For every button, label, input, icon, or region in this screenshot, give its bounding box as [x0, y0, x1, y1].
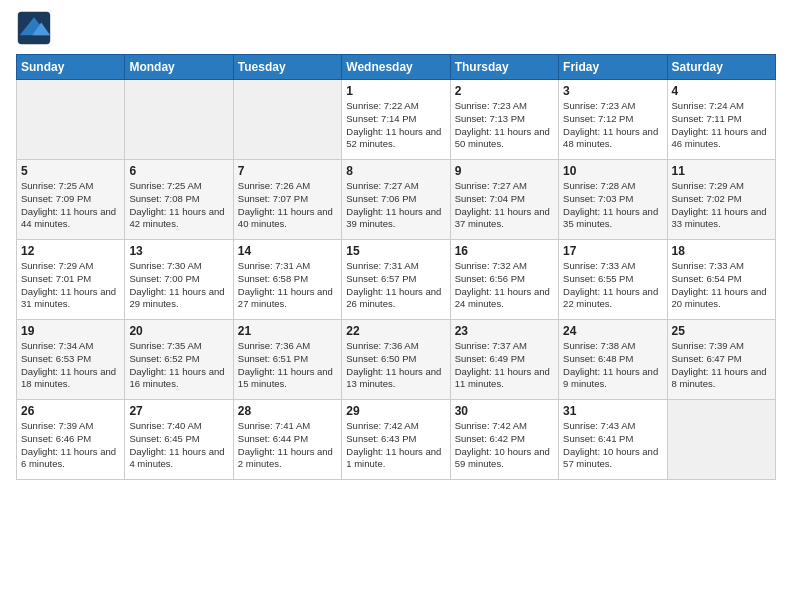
day-info: Sunrise: 7:36 AM Sunset: 6:50 PM Dayligh…	[346, 340, 445, 391]
day-number: 15	[346, 244, 445, 258]
day-info: Sunrise: 7:32 AM Sunset: 6:56 PM Dayligh…	[455, 260, 554, 311]
calendar-cell: 5Sunrise: 7:25 AM Sunset: 7:09 PM Daylig…	[17, 160, 125, 240]
calendar-cell: 7Sunrise: 7:26 AM Sunset: 7:07 PM Daylig…	[233, 160, 341, 240]
day-number: 2	[455, 84, 554, 98]
calendar-cell: 16Sunrise: 7:32 AM Sunset: 6:56 PM Dayli…	[450, 240, 558, 320]
day-info: Sunrise: 7:23 AM Sunset: 7:12 PM Dayligh…	[563, 100, 662, 151]
day-info: Sunrise: 7:30 AM Sunset: 7:00 PM Dayligh…	[129, 260, 228, 311]
calendar-cell: 11Sunrise: 7:29 AM Sunset: 7:02 PM Dayli…	[667, 160, 775, 240]
day-number: 24	[563, 324, 662, 338]
calendar-cell: 20Sunrise: 7:35 AM Sunset: 6:52 PM Dayli…	[125, 320, 233, 400]
day-info: Sunrise: 7:43 AM Sunset: 6:41 PM Dayligh…	[563, 420, 662, 471]
day-info: Sunrise: 7:31 AM Sunset: 6:57 PM Dayligh…	[346, 260, 445, 311]
day-info: Sunrise: 7:41 AM Sunset: 6:44 PM Dayligh…	[238, 420, 337, 471]
day-info: Sunrise: 7:39 AM Sunset: 6:46 PM Dayligh…	[21, 420, 120, 471]
day-info: Sunrise: 7:39 AM Sunset: 6:47 PM Dayligh…	[672, 340, 771, 391]
calendar-cell: 18Sunrise: 7:33 AM Sunset: 6:54 PM Dayli…	[667, 240, 775, 320]
day-number: 26	[21, 404, 120, 418]
day-info: Sunrise: 7:33 AM Sunset: 6:55 PM Dayligh…	[563, 260, 662, 311]
day-number: 18	[672, 244, 771, 258]
calendar-cell	[233, 80, 341, 160]
day-info: Sunrise: 7:36 AM Sunset: 6:51 PM Dayligh…	[238, 340, 337, 391]
day-number: 9	[455, 164, 554, 178]
day-number: 28	[238, 404, 337, 418]
calendar-cell: 2Sunrise: 7:23 AM Sunset: 7:13 PM Daylig…	[450, 80, 558, 160]
day-number: 6	[129, 164, 228, 178]
day-info: Sunrise: 7:42 AM Sunset: 6:43 PM Dayligh…	[346, 420, 445, 471]
day-number: 4	[672, 84, 771, 98]
calendar-cell: 26Sunrise: 7:39 AM Sunset: 6:46 PM Dayli…	[17, 400, 125, 480]
day-number: 11	[672, 164, 771, 178]
day-info: Sunrise: 7:35 AM Sunset: 6:52 PM Dayligh…	[129, 340, 228, 391]
day-info: Sunrise: 7:27 AM Sunset: 7:04 PM Dayligh…	[455, 180, 554, 231]
day-info: Sunrise: 7:26 AM Sunset: 7:07 PM Dayligh…	[238, 180, 337, 231]
calendar-cell: 15Sunrise: 7:31 AM Sunset: 6:57 PM Dayli…	[342, 240, 450, 320]
calendar-cell: 1Sunrise: 7:22 AM Sunset: 7:14 PM Daylig…	[342, 80, 450, 160]
day-number: 31	[563, 404, 662, 418]
header-day-tuesday: Tuesday	[233, 55, 341, 80]
day-number: 29	[346, 404, 445, 418]
calendar-cell: 6Sunrise: 7:25 AM Sunset: 7:08 PM Daylig…	[125, 160, 233, 240]
day-info: Sunrise: 7:40 AM Sunset: 6:45 PM Dayligh…	[129, 420, 228, 471]
day-info: Sunrise: 7:33 AM Sunset: 6:54 PM Dayligh…	[672, 260, 771, 311]
day-info: Sunrise: 7:34 AM Sunset: 6:53 PM Dayligh…	[21, 340, 120, 391]
header	[16, 10, 776, 46]
day-number: 8	[346, 164, 445, 178]
day-info: Sunrise: 7:25 AM Sunset: 7:09 PM Dayligh…	[21, 180, 120, 231]
day-number: 1	[346, 84, 445, 98]
day-number: 16	[455, 244, 554, 258]
day-info: Sunrise: 7:42 AM Sunset: 6:42 PM Dayligh…	[455, 420, 554, 471]
calendar-header: SundayMondayTuesdayWednesdayThursdayFrid…	[17, 55, 776, 80]
day-number: 14	[238, 244, 337, 258]
day-number: 30	[455, 404, 554, 418]
calendar-cell: 31Sunrise: 7:43 AM Sunset: 6:41 PM Dayli…	[559, 400, 667, 480]
calendar-cell: 24Sunrise: 7:38 AM Sunset: 6:48 PM Dayli…	[559, 320, 667, 400]
day-info: Sunrise: 7:29 AM Sunset: 7:01 PM Dayligh…	[21, 260, 120, 311]
day-number: 27	[129, 404, 228, 418]
calendar-cell	[667, 400, 775, 480]
day-number: 10	[563, 164, 662, 178]
calendar-cell: 10Sunrise: 7:28 AM Sunset: 7:03 PM Dayli…	[559, 160, 667, 240]
calendar-cell: 29Sunrise: 7:42 AM Sunset: 6:43 PM Dayli…	[342, 400, 450, 480]
day-info: Sunrise: 7:31 AM Sunset: 6:58 PM Dayligh…	[238, 260, 337, 311]
week-row-3: 19Sunrise: 7:34 AM Sunset: 6:53 PM Dayli…	[17, 320, 776, 400]
day-info: Sunrise: 7:29 AM Sunset: 7:02 PM Dayligh…	[672, 180, 771, 231]
week-row-2: 12Sunrise: 7:29 AM Sunset: 7:01 PM Dayli…	[17, 240, 776, 320]
header-day-friday: Friday	[559, 55, 667, 80]
calendar-body: 1Sunrise: 7:22 AM Sunset: 7:14 PM Daylig…	[17, 80, 776, 480]
calendar-cell: 25Sunrise: 7:39 AM Sunset: 6:47 PM Dayli…	[667, 320, 775, 400]
calendar-cell: 19Sunrise: 7:34 AM Sunset: 6:53 PM Dayli…	[17, 320, 125, 400]
header-day-sunday: Sunday	[17, 55, 125, 80]
day-number: 7	[238, 164, 337, 178]
week-row-4: 26Sunrise: 7:39 AM Sunset: 6:46 PM Dayli…	[17, 400, 776, 480]
calendar-cell: 17Sunrise: 7:33 AM Sunset: 6:55 PM Dayli…	[559, 240, 667, 320]
day-info: Sunrise: 7:27 AM Sunset: 7:06 PM Dayligh…	[346, 180, 445, 231]
calendar-cell: 22Sunrise: 7:36 AM Sunset: 6:50 PM Dayli…	[342, 320, 450, 400]
day-number: 12	[21, 244, 120, 258]
calendar-cell: 30Sunrise: 7:42 AM Sunset: 6:42 PM Dayli…	[450, 400, 558, 480]
calendar-cell: 8Sunrise: 7:27 AM Sunset: 7:06 PM Daylig…	[342, 160, 450, 240]
calendar-cell: 14Sunrise: 7:31 AM Sunset: 6:58 PM Dayli…	[233, 240, 341, 320]
calendar-cell: 23Sunrise: 7:37 AM Sunset: 6:49 PM Dayli…	[450, 320, 558, 400]
header-day-thursday: Thursday	[450, 55, 558, 80]
calendar-cell	[125, 80, 233, 160]
day-number: 21	[238, 324, 337, 338]
logo	[16, 10, 56, 46]
day-number: 20	[129, 324, 228, 338]
day-info: Sunrise: 7:22 AM Sunset: 7:14 PM Dayligh…	[346, 100, 445, 151]
header-row: SundayMondayTuesdayWednesdayThursdayFrid…	[17, 55, 776, 80]
day-info: Sunrise: 7:37 AM Sunset: 6:49 PM Dayligh…	[455, 340, 554, 391]
day-info: Sunrise: 7:28 AM Sunset: 7:03 PM Dayligh…	[563, 180, 662, 231]
calendar-table: SundayMondayTuesdayWednesdayThursdayFrid…	[16, 54, 776, 480]
day-number: 13	[129, 244, 228, 258]
day-info: Sunrise: 7:38 AM Sunset: 6:48 PM Dayligh…	[563, 340, 662, 391]
calendar-cell: 28Sunrise: 7:41 AM Sunset: 6:44 PM Dayli…	[233, 400, 341, 480]
calendar-cell: 12Sunrise: 7:29 AM Sunset: 7:01 PM Dayli…	[17, 240, 125, 320]
day-number: 25	[672, 324, 771, 338]
day-info: Sunrise: 7:24 AM Sunset: 7:11 PM Dayligh…	[672, 100, 771, 151]
header-day-saturday: Saturday	[667, 55, 775, 80]
day-number: 23	[455, 324, 554, 338]
calendar-cell: 13Sunrise: 7:30 AM Sunset: 7:00 PM Dayli…	[125, 240, 233, 320]
day-number: 19	[21, 324, 120, 338]
header-day-wednesday: Wednesday	[342, 55, 450, 80]
